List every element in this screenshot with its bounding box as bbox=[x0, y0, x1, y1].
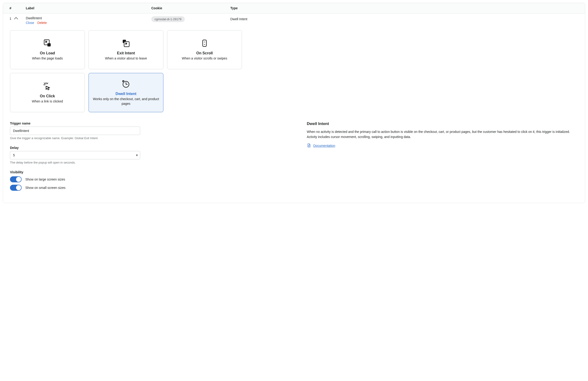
svg-line-7 bbox=[44, 83, 45, 84]
card-desc: When a link is clicked bbox=[32, 99, 63, 104]
trigger-name-help: Give the trigger a recognizable name. Ex… bbox=[10, 136, 140, 140]
trigger-card-on-load[interactable]: On Load When the page loads bbox=[10, 30, 85, 69]
visibility-small-toggle[interactable] bbox=[10, 185, 21, 191]
visibility-small-label: Show on small screen sizes bbox=[25, 186, 65, 190]
svg-rect-1 bbox=[47, 43, 51, 46]
card-title: On Load bbox=[40, 51, 55, 55]
exit-intent-icon bbox=[121, 39, 131, 48]
header-cookie: Cookie bbox=[151, 6, 230, 10]
row-label: DwellIntent bbox=[26, 16, 151, 20]
visibility-field: Visibility Show on large screen sizes Sh… bbox=[10, 170, 140, 191]
trigger-card-on-scroll[interactable]: On Scroll When a visitor scrolls or swip… bbox=[167, 30, 242, 69]
row-actions: Close Delete bbox=[26, 21, 151, 25]
row-content: On Load When the page loads Exit Intent … bbox=[3, 26, 585, 203]
trigger-card-on-click[interactable]: On Click When a link is clicked bbox=[10, 73, 85, 112]
trigger-name-input[interactable] bbox=[10, 127, 140, 135]
card-desc: When the page loads bbox=[32, 56, 63, 61]
delay-select[interactable]: 5 bbox=[10, 151, 140, 159]
documentation-link[interactable]: Documentation bbox=[313, 144, 335, 147]
trigger-card-exit-intent[interactable]: Exit Intent When a visitor about to leav… bbox=[88, 30, 163, 69]
info-title: Dwell Intent bbox=[307, 121, 578, 126]
info-body: When no activity is detected and the pri… bbox=[307, 129, 578, 140]
delay-label: Delay bbox=[10, 146, 140, 150]
visibility-label: Visibility bbox=[10, 170, 140, 174]
doc-link-row: Documentation bbox=[307, 143, 578, 148]
chevron-up-icon[interactable] bbox=[14, 17, 18, 21]
table-header: # Label Cookie Type bbox=[3, 3, 585, 14]
header-label: Label bbox=[26, 6, 151, 10]
cookie-badge: cgmodal-di-1-29179 bbox=[151, 16, 185, 22]
row-index-cell: 1 bbox=[10, 16, 26, 20]
card-desc: When a visitor scrolls or swipes bbox=[182, 56, 227, 61]
row-label-cell: DwellIntent Close Delete bbox=[26, 16, 151, 25]
visibility-large-label: Show on large screen sizes bbox=[25, 178, 65, 181]
trigger-card-dwell-intent[interactable]: Dwell Intent Works only on the checkout,… bbox=[88, 73, 163, 112]
svg-rect-4 bbox=[203, 40, 206, 46]
info-panel: Dwell Intent When no activity is detecte… bbox=[307, 121, 578, 197]
row-cookie-cell: cgmodal-di-1-29179 bbox=[151, 16, 230, 22]
trigger-row: 1 DwellIntent Close Delete cgmodal-di-1-… bbox=[3, 14, 585, 26]
header-num: # bbox=[10, 6, 26, 10]
triggers-panel: # Label Cookie Type 1 DwellIntent Close … bbox=[3, 3, 585, 203]
delay-field: Delay 5 The delay before the popup will … bbox=[10, 146, 140, 164]
close-link[interactable]: Close bbox=[26, 21, 34, 25]
trigger-name-label: Trigger name bbox=[10, 121, 140, 125]
svg-line-8 bbox=[47, 83, 48, 84]
on-load-icon bbox=[43, 39, 52, 48]
card-title: Dwell Intent bbox=[116, 92, 136, 96]
delay-help: The delay before the popup will open in … bbox=[10, 161, 140, 164]
visibility-small-row: Show on small screen sizes bbox=[10, 185, 140, 191]
form-left: Trigger name Give the trigger a recogniz… bbox=[10, 121, 140, 197]
card-title: Exit Intent bbox=[117, 51, 135, 55]
on-scroll-icon bbox=[200, 39, 209, 48]
select-caret-icon bbox=[136, 154, 138, 156]
card-desc: When a visitor about to leave bbox=[105, 56, 147, 61]
delete-link[interactable]: Delete bbox=[37, 21, 47, 25]
trigger-name-field: Trigger name Give the trigger a recogniz… bbox=[10, 121, 140, 140]
card-title: On Scroll bbox=[196, 51, 213, 55]
visibility-large-row: Show on large screen sizes bbox=[10, 176, 140, 182]
card-title: On Click bbox=[40, 94, 55, 98]
on-click-icon bbox=[43, 81, 52, 91]
visibility-large-toggle[interactable] bbox=[10, 176, 21, 182]
dwell-intent-icon bbox=[121, 79, 131, 88]
trigger-type-grid: On Load When the page loads Exit Intent … bbox=[10, 30, 578, 112]
form-columns: Trigger name Give the trigger a recogniz… bbox=[10, 121, 578, 197]
row-type: Dwell Intent bbox=[230, 16, 581, 21]
row-index: 1 bbox=[10, 17, 11, 20]
document-icon bbox=[307, 143, 311, 148]
header-type: Type bbox=[230, 6, 581, 10]
card-desc: Works only on the checkout, cart, and pr… bbox=[92, 97, 159, 106]
